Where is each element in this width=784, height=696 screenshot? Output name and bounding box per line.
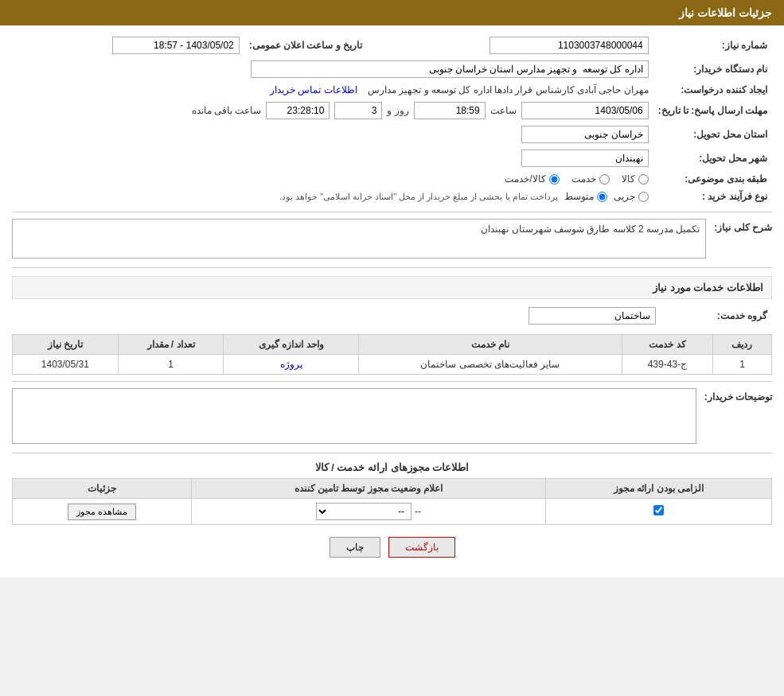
page-header: جزئیات اطلاعات نیاز <box>0 0 784 25</box>
cell-quantity: 1 <box>118 355 224 375</box>
category-radio-khedmat[interactable]: خدمت <box>571 173 610 185</box>
category-kala-khedmat-label: کالا/خدمت <box>505 173 545 185</box>
print-button[interactable]: چاپ <box>330 537 380 558</box>
cell-service-code: ج-43-439 <box>622 355 712 375</box>
category-khedmat-label: خدمت <box>571 173 596 185</box>
need-number-input[interactable] <box>490 37 649 54</box>
divider-2 <box>12 267 772 268</box>
cell-service-name: سایر فعالیت‌های تخصصی ساختمان <box>359 355 622 375</box>
col-service-code: کد خدمت <box>622 335 712 355</box>
col-row-num: ردیف <box>712 335 771 355</box>
deadline-label: مهلت ارسال پاسخ: تا تاریخ: <box>653 99 772 122</box>
col-service-name: نام خدمت <box>359 335 622 355</box>
city-input[interactable] <box>521 150 649 167</box>
buyer-org-label: نام دستگاه خریدار: <box>653 57 772 81</box>
deadline-remaining-input[interactable] <box>266 102 330 119</box>
cell-need-date: 1403/05/31 <box>13 355 119 375</box>
creator-value: مهران حاجی آبادی کارشناس قرار دادها ادار… <box>368 84 649 95</box>
need-description-wrapper: تکمیل مدرسه 2 کلاسه طارق شوسف شهرستان نه… <box>12 219 706 261</box>
buyer-notes-textarea[interactable] <box>12 388 696 444</box>
creator-label: ایجاد کننده درخواست: <box>653 81 772 99</box>
license-details-cell: مشاهده مجوز <box>13 499 192 525</box>
deadline-time-input[interactable] <box>414 102 486 119</box>
licenses-col-status: اعلام وضعیت مجوز توسط تامین کننده <box>192 479 546 499</box>
announce-date-label: تاریخ و ساعت اعلان عمومی: <box>244 33 367 57</box>
category-radio-kala-khedmat[interactable]: کالا/خدمت <box>505 173 559 185</box>
purchase-type-motavaset-label: متوسط <box>564 191 594 202</box>
view-license-button[interactable]: مشاهده مجوز <box>68 504 136 520</box>
page-title: جزئیات اطلاعات نیاز <box>679 6 772 19</box>
deadline-remaining-label: ساعت باقی مانده <box>192 105 262 116</box>
services-section-title: اطلاعات خدمات مورد نیاز <box>12 276 772 299</box>
licenses-col-required: الزامی بودن ارائه مجوز <box>546 479 772 499</box>
col-need-date: تاریخ نیاز <box>13 335 119 355</box>
category-radio-khedmat-input[interactable] <box>599 174 610 185</box>
buyer-notes-row: توضیحات خریدار: <box>12 388 772 446</box>
col-quantity: تعداد / مقدار <box>118 335 224 355</box>
divider-4 <box>12 453 772 453</box>
purchase-type-radio-jozi[interactable]: جزیی <box>614 191 649 202</box>
creator-contact-link[interactable]: اطلاعات تماس خریدار <box>270 84 357 95</box>
divider-3 <box>12 381 772 382</box>
buyer-org-input[interactable] <box>251 60 649 78</box>
need-number-label: شماره نیاز: <box>653 33 772 57</box>
buyer-notes-label: توضیحات خریدار: <box>704 391 772 402</box>
province-input[interactable] <box>521 126 649 143</box>
deadline-time-label: ساعت <box>490 105 517 116</box>
category-radio-kala-khedmat-input[interactable] <box>549 174 560 185</box>
cell-row-num: 1 <box>712 355 771 375</box>
category-kala-label: کالا <box>622 173 635 185</box>
services-group-label: گروه خدمت: <box>661 304 772 328</box>
city-label: شهر محل تحویل: <box>653 146 772 170</box>
services-group-input[interactable] <box>529 307 656 325</box>
col-unit: واحد اندازه گیری <box>224 335 359 355</box>
main-info-table: شماره نیاز: تاریخ و ساعت اعلان عمومی: نا… <box>12 33 772 205</box>
divider-1 <box>12 212 772 212</box>
licenses-col-details: جزئیات <box>13 479 192 499</box>
need-description-textarea[interactable] <box>12 219 706 259</box>
back-button[interactable]: بازگشت <box>388 537 455 558</box>
license-required-checkbox[interactable] <box>653 505 664 515</box>
purchase-type-radio-motavaset-input[interactable] <box>597 192 607 202</box>
license-status-cell: -- -- <box>192 499 546 525</box>
licenses-table: الزامی بودن ارائه مجوز اعلام وضعیت مجوز … <box>12 478 772 525</box>
purchase-type-notice: پرداخت تمام یا بخشی از مبلغ خریدار از مح… <box>279 192 558 202</box>
deadline-days-label: روز و <box>387 105 408 116</box>
need-description-row: شرح کلی نیاز: تکمیل مدرسه 2 کلاسه طارق ش… <box>12 219 772 261</box>
need-description-label: شرح کلی نیاز: <box>714 222 772 233</box>
buyer-notes-wrapper <box>12 388 696 446</box>
purchase-type-radio-jozi-input[interactable] <box>638 192 649 202</box>
license-status-value: -- <box>415 506 421 517</box>
license-status-select[interactable]: -- <box>316 503 412 520</box>
licenses-section-title: اطلاعات مجوزهای ارائه خدمت / کالا <box>12 461 772 473</box>
license-required-cell[interactable] <box>546 499 772 525</box>
category-radio-kala[interactable]: کالا <box>622 173 649 185</box>
services-group-table: گروه خدمت: <box>12 304 772 328</box>
licenses-section: اطلاعات مجوزهای ارائه خدمت / کالا الزامی… <box>12 461 772 525</box>
province-label: استان محل تحویل: <box>653 122 772 146</box>
purchase-type-label: نوع فرآیند خرید : <box>653 188 772 205</box>
button-row: بازگشت چاپ <box>12 537 772 558</box>
deadline-date-input[interactable] <box>521 102 649 119</box>
category-label: طبقه بندی موضوعی: <box>653 170 772 188</box>
announce-date-input[interactable] <box>112 37 240 54</box>
services-section: اطلاعات خدمات مورد نیاز گروه خدمت: ردیف … <box>12 276 772 375</box>
category-radio-kala-input[interactable] <box>638 174 649 185</box>
table-row: 1 ج-43-439 سایر فعالیت‌های تخصصی ساختمان… <box>13 355 772 375</box>
list-item: -- -- مشاهده مجوز <box>13 499 772 525</box>
purchase-type-radio-motavaset[interactable]: متوسط <box>564 191 607 202</box>
services-table: ردیف کد خدمت نام خدمت واحد اندازه گیری ت… <box>12 334 772 375</box>
deadline-days-input[interactable] <box>334 102 382 119</box>
purchase-type-jozi-label: جزیی <box>614 191 635 202</box>
cell-unit: پروژه <box>224 355 359 375</box>
